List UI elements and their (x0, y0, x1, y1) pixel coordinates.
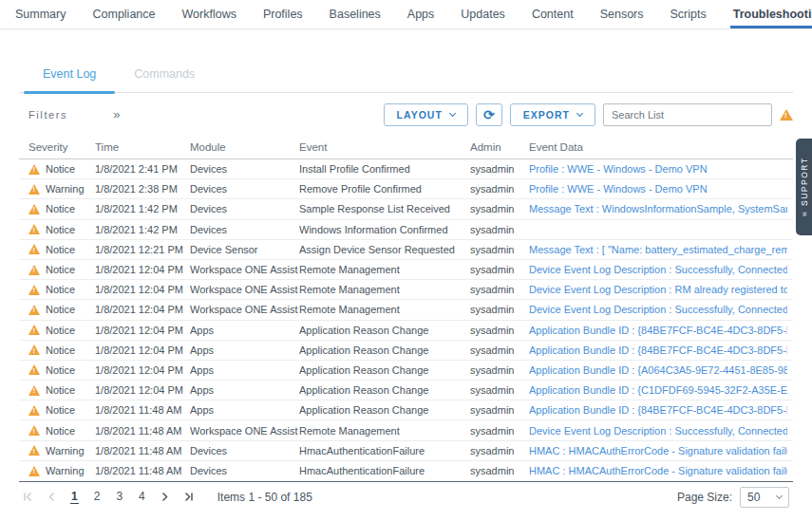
event-cell: Application Reason Change (299, 364, 470, 376)
time-cell: 1/8/2021 11:48 AM (95, 425, 190, 437)
search-input[interactable] (603, 103, 772, 126)
time-cell: 1/8/2021 2:41 PM (95, 163, 190, 175)
event-data-link[interactable]: HMAC : HMACAuthErrorCode - Signature val… (529, 465, 787, 476)
table-row[interactable]: Notice 1/8/2021 12:04 PM Workspace ONE A… (19, 300, 793, 320)
event-data-link[interactable]: Message Text : [ "Name: battery_estimate… (529, 244, 787, 255)
severity-cell: Warning (46, 183, 85, 195)
page-number[interactable]: 4 (138, 490, 146, 504)
filters-toggle[interactable]: Filters (28, 109, 67, 121)
event-data-link[interactable]: Application Bundle ID : {A064C3A5-9E72-4… (529, 364, 787, 376)
table-row[interactable]: Notice 1/8/2021 11:48 AM Apps Applicatio… (19, 400, 793, 420)
last-page-icon[interactable] (183, 492, 194, 502)
severity-cell: Notice (46, 384, 75, 396)
column-header-time[interactable]: Time (95, 141, 190, 153)
column-header-admin[interactable]: Admin (470, 141, 529, 153)
page-number[interactable]: 2 (93, 490, 102, 504)
module-cell: Workspace ONE Assist (190, 425, 299, 437)
page-size-select[interactable]: 50 (740, 487, 789, 508)
event-data-link[interactable]: Profile : WWE - Windows - Demo VPN (529, 163, 787, 175)
prev-page-icon[interactable] (47, 492, 56, 502)
event-data-link[interactable]: Device Event Log Description : RM alread… (529, 284, 787, 295)
admin-cell: sysadmin (470, 203, 529, 214)
event-data-link[interactable]: HMAC : HMACAuthErrorCode - Signature val… (529, 445, 787, 456)
subtab[interactable]: Event Log (24, 57, 115, 92)
nav-tab[interactable]: Baselines (327, 0, 384, 28)
warning-icon (28, 184, 40, 195)
event-cell: Sample Response List Received (299, 203, 470, 214)
event-data-link[interactable]: Application Bundle ID : {C1DFDF69-5945-3… (529, 384, 787, 396)
event-data-link[interactable]: Device Event Log Description : Successfu… (529, 304, 787, 315)
nav-tab[interactable]: Troubleshooting (730, 0, 812, 28)
column-header-severity[interactable]: Severity (28, 141, 95, 153)
event-data-link[interactable]: Message Text : WindowsInformationSample,… (529, 203, 787, 214)
time-cell: 1/8/2021 12:04 PM (95, 364, 190, 376)
first-page-icon[interactable] (23, 492, 33, 502)
column-header-event[interactable]: Event (299, 141, 470, 153)
support-tab[interactable]: « SUPPORT (796, 139, 812, 235)
export-button-label: EXPORT (523, 109, 570, 121)
layout-button[interactable]: LAYOUT (384, 103, 468, 126)
nav-tab-label: Baselines (330, 8, 381, 21)
subtab-label: Event Log (43, 67, 96, 81)
warning-icon (28, 405, 40, 416)
warning-icon (28, 385, 40, 396)
next-page-icon[interactable] (161, 492, 169, 502)
page-size-control: Page Size: 50 (677, 487, 789, 508)
time-cell: 1/8/2021 12:04 PM (95, 344, 190, 356)
nav-tab[interactable]: Summary (12, 0, 68, 28)
table-row[interactable]: Notice 1/8/2021 2:41 PM Devices Install … (19, 159, 793, 179)
export-button[interactable]: EXPORT (510, 103, 595, 126)
event-data-link[interactable]: Application Bundle ID : {84BE7FCF-BC4E-4… (529, 325, 787, 336)
event-cell: Remote Management (299, 304, 470, 315)
nav-tab[interactable]: Content (529, 0, 576, 28)
admin-cell: sysadmin (470, 244, 529, 255)
table-row[interactable]: Warning 1/8/2021 11:48 AM Devices HmacAu… (19, 461, 793, 481)
column-header-event-data[interactable]: Event Data (529, 141, 793, 153)
severity-cell: Notice (46, 404, 75, 416)
table-row[interactable]: Notice 1/8/2021 12:04 PM Apps Applicatio… (19, 381, 793, 400)
refresh-icon: ⟳ (483, 107, 495, 122)
table-row[interactable]: Notice 1/8/2021 12:04 PM Workspace ONE A… (19, 280, 793, 300)
table-row[interactable]: Notice 1/8/2021 12:04 PM Apps Applicatio… (19, 341, 793, 361)
nav-tab[interactable]: Sensors (597, 0, 647, 28)
event-data-link[interactable]: Application Bundle ID : {84BE7FCF-BC4E-4… (529, 344, 787, 356)
time-cell: 1/8/2021 11:48 AM (95, 465, 190, 476)
admin-cell: sysadmin (470, 163, 529, 175)
subtab[interactable]: Commands (115, 57, 214, 92)
column-header-module[interactable]: Module (190, 141, 299, 153)
nav-tab[interactable]: Profiles (260, 0, 306, 28)
nav-tab[interactable]: Updates (458, 0, 508, 28)
filters-expand-icon[interactable]: » (113, 107, 120, 121)
refresh-button[interactable]: ⟳ (476, 103, 502, 126)
nav-tab[interactable]: Workflows (179, 0, 239, 28)
table-row[interactable]: Notice 1/8/2021 12:04 PM Apps Applicatio… (19, 321, 793, 341)
table-row[interactable]: Notice 1/8/2021 12:04 PM Workspace ONE A… (19, 260, 793, 280)
time-cell: 1/8/2021 12:04 PM (95, 325, 190, 336)
event-data-link[interactable]: Device Event Log Description : Successfu… (529, 264, 787, 275)
severity-cell: Notice (46, 163, 75, 175)
module-cell: Devices (190, 445, 299, 456)
module-cell: Apps (190, 344, 299, 356)
nav-tab[interactable]: Scripts (668, 0, 709, 28)
event-data-link[interactable]: Device Event Log Description : Successfu… (529, 425, 787, 437)
page-number[interactable]: 1 (70, 490, 79, 504)
nav-tab-label: Scripts (670, 8, 707, 21)
nav-tab[interactable]: Compliance (89, 0, 158, 28)
chevron-down-icon (449, 109, 456, 116)
table-row[interactable]: Notice 1/8/2021 12:04 PM Apps Applicatio… (19, 361, 793, 381)
table-row[interactable]: Warning 1/8/2021 2:38 PM Devices Remove … (19, 179, 793, 199)
table-row[interactable]: Notice 1/8/2021 1:42 PM Devices Windows … (19, 220, 793, 240)
admin-cell: sysadmin (470, 224, 529, 235)
event-cell: Application Reason Change (299, 344, 470, 356)
table-row[interactable]: Notice 1/8/2021 12:21 PM Device Sensor A… (19, 240, 793, 260)
event-data-link[interactable]: Application Bundle ID : {84BE7FCF-BC4E-4… (529, 404, 787, 416)
event-data-link[interactable]: Profile : WWE - Windows - Demo VPN (529, 183, 787, 195)
page-number[interactable]: 3 (115, 490, 123, 504)
table-row[interactable]: Warning 1/8/2021 11:48 AM Devices HmacAu… (19, 441, 793, 461)
nav-tab[interactable]: Apps (405, 0, 438, 28)
subtab-label: Commands (134, 67, 195, 81)
table-row[interactable]: Notice 1/8/2021 11:48 AM Workspace ONE A… (19, 420, 793, 440)
table-row[interactable]: Notice 1/8/2021 1:42 PM Devices Sample R… (19, 199, 793, 219)
pagination-bar: 1 2 3 4 (19, 482, 793, 512)
warning-icon (28, 305, 40, 315)
